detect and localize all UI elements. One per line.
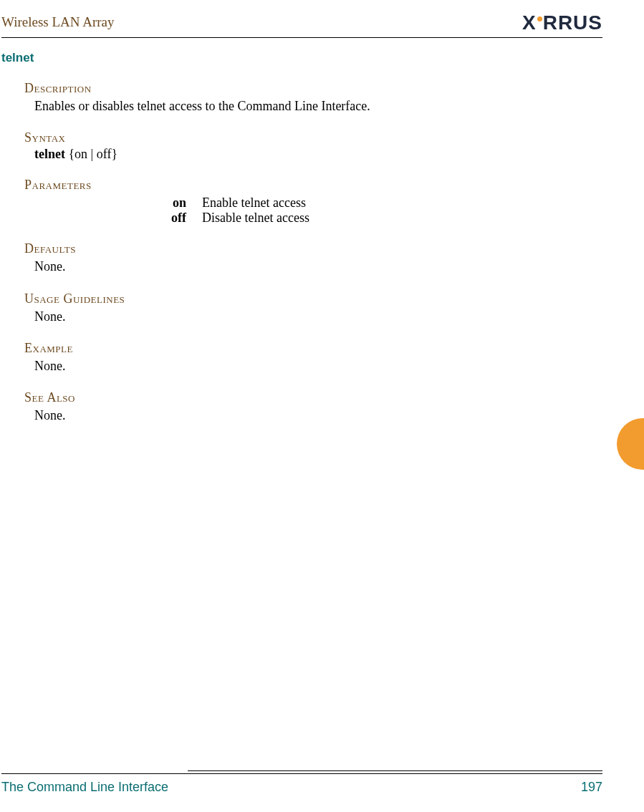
syntax-text: telnet {on | off}: [24, 147, 580, 162]
parameter-row: on Enable telnet access: [159, 195, 580, 211]
usage-block: Usage Guidelines None.: [24, 291, 580, 325]
logo-dot-icon: [537, 16, 542, 21]
header-divider: [1, 37, 602, 38]
parameter-description: Enable telnet access: [202, 195, 580, 211]
defaults-heading: Defaults: [24, 241, 580, 256]
seealso-heading: See Also: [24, 390, 580, 405]
document-title: Wireless LAN Array: [1, 14, 115, 33]
parameter-name: on: [159, 195, 202, 211]
syntax-command: telnet: [34, 147, 65, 161]
command-name: telnet: [1, 51, 644, 65]
page-thumb-tab: [617, 418, 644, 470]
page-header: Wireless LAN Array X RRUS: [0, 13, 644, 37]
logo-text-left: X: [522, 13, 537, 33]
parameters-heading: Parameters: [24, 178, 580, 193]
seealso-block: See Also None.: [24, 390, 580, 424]
example-heading: Example: [24, 341, 580, 356]
parameter-description: Disable telnet access: [202, 211, 580, 226]
usage-text: None.: [24, 308, 580, 325]
footer-divider-thin: [188, 770, 602, 771]
footer-page-number: 197: [581, 780, 602, 795]
syntax-args: {on | off}: [65, 147, 117, 161]
footer-divider-thick: [1, 773, 602, 774]
parameter-name: off: [159, 211, 202, 226]
xirrus-logo: X RRUS: [522, 13, 602, 33]
syntax-heading: Syntax: [24, 130, 580, 145]
parameter-row: off Disable telnet access: [159, 211, 580, 226]
description-heading: Description: [24, 81, 580, 96]
footer-row: The Command Line Interface 197: [1, 780, 602, 795]
page-footer: The Command Line Interface 197: [1, 770, 602, 795]
logo-text-right: RRUS: [543, 13, 602, 33]
syntax-block: Syntax telnet {on | off}: [24, 130, 580, 162]
brand-logo: X RRUS: [522, 13, 602, 33]
usage-heading: Usage Guidelines: [24, 291, 580, 306]
parameters-block: Parameters on Enable telnet access off D…: [24, 178, 580, 226]
footer-section-name: The Command Line Interface: [1, 780, 168, 795]
defaults-block: Defaults None.: [24, 241, 580, 275]
parameters-table: on Enable telnet access off Disable teln…: [24, 195, 580, 226]
example-block: Example None.: [24, 341, 580, 374]
description-block: Description Enables or disables telnet a…: [24, 81, 580, 115]
description-text: Enables or disables telnet access to the…: [24, 97, 580, 115]
example-text: None.: [24, 357, 580, 374]
defaults-text: None.: [24, 258, 580, 275]
command-content: Description Enables or disables telnet a…: [0, 81, 644, 424]
seealso-text: None.: [24, 407, 580, 424]
page: Wireless LAN Array X RRUS telnet Descrip…: [0, 0, 644, 812]
